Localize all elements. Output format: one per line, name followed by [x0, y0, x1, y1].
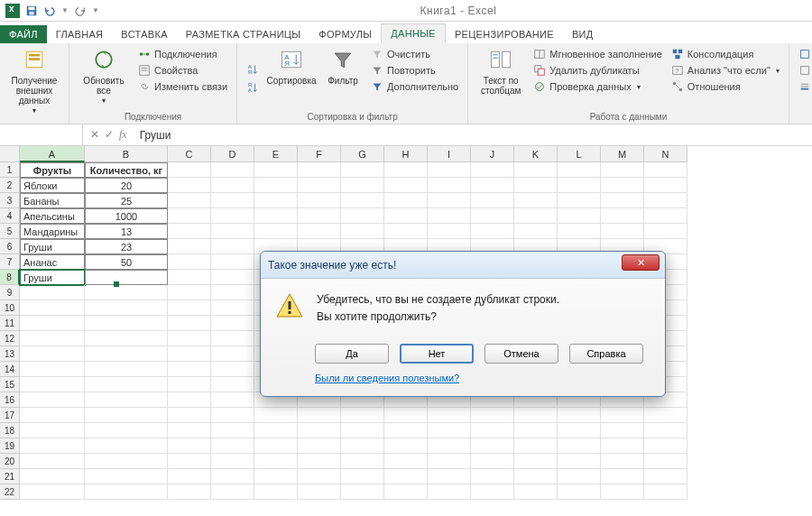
cell[interactable]: [428, 423, 471, 438]
cell[interactable]: [341, 178, 384, 193]
cell[interactable]: [471, 224, 514, 239]
what-if-button[interactable]: ?Анализ "что если"▾: [669, 63, 781, 78]
cell[interactable]: [341, 454, 384, 469]
cell[interactable]: [211, 254, 254, 270]
cell[interactable]: [20, 285, 85, 300]
cell[interactable]: [20, 316, 85, 331]
select-all-corner[interactable]: [0, 146, 20, 162]
cell[interactable]: [644, 438, 687, 454]
cell[interactable]: [85, 270, 168, 285]
cell[interactable]: [514, 423, 558, 438]
cell[interactable]: [384, 162, 428, 178]
cell[interactable]: [20, 423, 85, 438]
consolidate-button[interactable]: Консолидация: [669, 47, 781, 61]
save-icon[interactable]: [25, 5, 38, 17]
cell[interactable]: [514, 408, 558, 423]
cell[interactable]: [644, 193, 687, 208]
cell[interactable]: [168, 408, 211, 423]
cell[interactable]: [85, 423, 168, 438]
cell[interactable]: [85, 377, 168, 392]
cell[interactable]: [85, 346, 168, 362]
cell[interactable]: [211, 239, 254, 254]
cell[interactable]: [211, 224, 254, 239]
cell[interactable]: [341, 224, 384, 239]
filter-button[interactable]: Фильтр: [322, 47, 364, 110]
cell[interactable]: [168, 454, 211, 469]
cell[interactable]: [20, 331, 85, 346]
cell[interactable]: [341, 208, 384, 224]
cell[interactable]: [211, 300, 254, 316]
cell[interactable]: [211, 377, 254, 392]
column-header[interactable]: H: [384, 146, 428, 162]
row-header[interactable]: 19: [0, 438, 20, 454]
cell[interactable]: [601, 208, 644, 224]
cell[interactable]: [168, 438, 211, 454]
row-header[interactable]: 13: [0, 346, 20, 362]
cell[interactable]: [341, 484, 384, 500]
cell[interactable]: Яблоки: [20, 178, 85, 193]
cell[interactable]: [384, 208, 428, 224]
sort-button[interactable]: AЯ Сортировка: [266, 47, 317, 110]
cell[interactable]: [85, 484, 168, 500]
cell[interactable]: Фрукты: [20, 162, 85, 178]
cell[interactable]: [298, 162, 341, 178]
cell[interactable]: [428, 408, 471, 423]
row-header[interactable]: 11: [0, 316, 20, 331]
cell[interactable]: [85, 362, 168, 377]
cell[interactable]: [20, 392, 85, 408]
tab-рецензирование[interactable]: РЕЦЕНЗИРОВАНИЕ: [446, 25, 563, 43]
cell[interactable]: [341, 438, 384, 454]
cell[interactable]: [168, 208, 211, 224]
refresh-all-button[interactable]: Обновить все▾: [77, 47, 131, 110]
connections-button[interactable]: Подключения: [136, 47, 229, 61]
cell[interactable]: [601, 469, 644, 484]
cell[interactable]: [384, 454, 428, 469]
column-header[interactable]: K: [514, 146, 558, 162]
cell[interactable]: [514, 224, 558, 239]
cell[interactable]: [558, 454, 601, 469]
cell[interactable]: [471, 423, 514, 438]
cell[interactable]: [211, 438, 254, 454]
cell[interactable]: [514, 178, 558, 193]
cell[interactable]: [85, 316, 168, 331]
row-header[interactable]: 18: [0, 423, 20, 438]
close-icon[interactable]: ✕: [622, 254, 660, 271]
dropdown-icon[interactable]: ▼: [61, 6, 69, 14]
dialog-отмена-button[interactable]: Отмена: [484, 344, 558, 364]
cell[interactable]: [254, 454, 298, 469]
edit-links-button[interactable]: Изменить связи: [136, 79, 229, 94]
cell[interactable]: [601, 484, 644, 500]
formula-input[interactable]: Груши: [134, 124, 812, 145]
row-header[interactable]: 15: [0, 377, 20, 392]
cell[interactable]: [471, 178, 514, 193]
cell[interactable]: [211, 392, 254, 408]
properties-button[interactable]: Свойства: [136, 63, 229, 78]
cell[interactable]: [384, 408, 428, 423]
row-header[interactable]: 16: [0, 392, 20, 408]
cell[interactable]: [211, 270, 254, 285]
subtotal-button[interactable]: Проме: [797, 79, 812, 94]
cell[interactable]: [341, 469, 384, 484]
column-header[interactable]: A: [20, 146, 85, 162]
column-header[interactable]: M: [601, 146, 644, 162]
cell[interactable]: [254, 178, 298, 193]
cell[interactable]: [428, 178, 471, 193]
cell[interactable]: [384, 178, 428, 193]
cell[interactable]: [428, 469, 471, 484]
cell[interactable]: [85, 300, 168, 316]
column-header[interactable]: L: [558, 146, 601, 162]
cell[interactable]: [601, 408, 644, 423]
cell[interactable]: [298, 408, 341, 423]
cell[interactable]: [20, 362, 85, 377]
cell[interactable]: [85, 408, 168, 423]
column-header[interactable]: G: [341, 146, 384, 162]
dropdown-icon[interactable]: ▼: [92, 6, 99, 14]
cell[interactable]: [471, 438, 514, 454]
cell[interactable]: Груши: [20, 270, 85, 285]
cell[interactable]: [168, 316, 211, 331]
cell[interactable]: 13: [85, 224, 168, 239]
cell[interactable]: [558, 469, 601, 484]
row-header[interactable]: 17: [0, 408, 20, 423]
row-header[interactable]: 3: [0, 193, 20, 208]
cell[interactable]: [601, 423, 644, 438]
